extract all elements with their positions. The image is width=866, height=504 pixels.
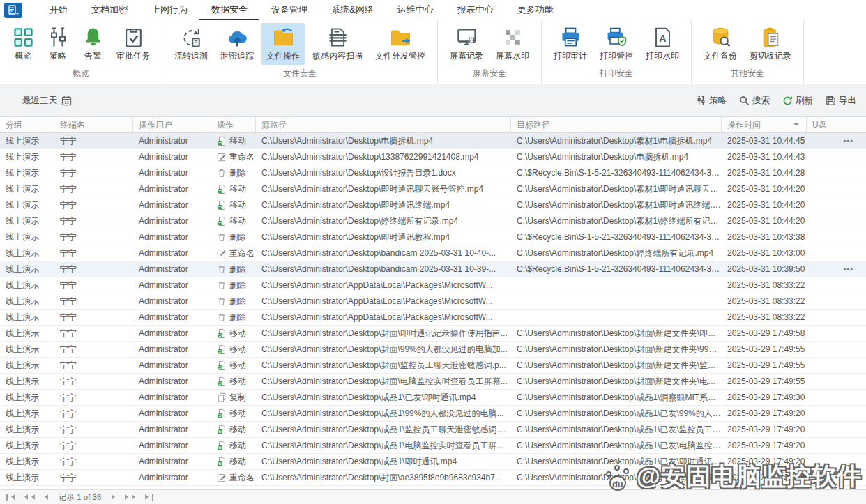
table-row[interactable]: 线上演示宁宁Administrator重命名C:\Users\Administr… xyxy=(0,470,866,486)
ribbon-button-mosaic[interactable]: 屏幕水印 xyxy=(491,23,534,65)
table-row[interactable]: 线上演示宁宁Administrator删除C:\Users\Administra… xyxy=(0,261,866,277)
pager-record-label: 记录 1 of 36 xyxy=(59,492,101,503)
ribbon-button-cycle[interactable]: 流转追溯 xyxy=(169,23,213,65)
move-icon xyxy=(217,216,227,226)
table-row[interactable]: 线上演示宁宁Administrator移动C:\Users\Administra… xyxy=(0,133,866,149)
target-path-cell: C:\Users\Administrator\Desktop\成品1\已发\电脑… xyxy=(511,438,722,453)
ribbon-button-label: 泄密追踪 xyxy=(220,50,254,62)
table-row[interactable]: 线上演示宁宁Administrator移动C:\Users\Administra… xyxy=(0,454,866,470)
group-cell: 线上演示 xyxy=(0,422,54,437)
ribbon-button-printer-shield[interactable]: 打印管控 xyxy=(595,23,638,65)
table-row[interactable]: 线上演示宁宁Administrator移动C:\Users\Administra… xyxy=(0,422,866,438)
user-cell: Administrator xyxy=(133,310,211,325)
table-row[interactable]: 线上演示宁宁Administrator移动C:\Users\Administra… xyxy=(0,197,866,213)
ribbon-button-cloud-up[interactable]: 泄密追踪 xyxy=(215,23,259,65)
table-row[interactable]: 线上演示宁宁Administrator移动C:\Users\Administra… xyxy=(0,406,866,422)
pager-prev-page-button[interactable] xyxy=(20,493,37,501)
ribbon-button-clipboard-check[interactable]: 审批任务 xyxy=(112,23,155,65)
ribbon-group-label: 文件安全 xyxy=(169,66,430,82)
table-row[interactable]: 线上演示宁宁Administrator移动C:\Users\Administra… xyxy=(0,358,866,374)
time-cell: 2025-03-29 17:49:58 xyxy=(722,326,807,341)
ribbon-button-clipboard-note[interactable]: 剪切板记录 xyxy=(745,23,796,65)
operation-cell: 移动 xyxy=(211,422,256,437)
ribbon-button-label: 屏幕水印 xyxy=(496,50,529,62)
pager-first-button[interactable] xyxy=(4,493,17,502)
table-row[interactable]: 线上演示宁宁Administrator移动C:\Users\Administra… xyxy=(0,438,866,454)
pager-next-page-button[interactable] xyxy=(123,493,140,501)
terminal-cell: 宁宁 xyxy=(54,229,133,245)
table-header: 分组终端名操作用户操作源路径目标路径操作时间U盘 xyxy=(0,117,866,133)
menu-tab-8[interactable]: 报表中心 xyxy=(446,0,506,20)
menu-tab-4[interactable]: 数据安全 xyxy=(199,0,259,20)
pager-last-button[interactable] xyxy=(143,493,155,502)
ribbon-button-folder-return[interactable]: 文件操作 xyxy=(261,23,305,65)
group-cell: 线上演示 xyxy=(0,374,54,389)
search-button[interactable]: 搜索 xyxy=(739,95,770,107)
table-row[interactable]: 线上演示宁宁Administrator删除C:\Users\Administra… xyxy=(0,293,866,310)
monitor-icon xyxy=(456,26,478,48)
ribbon-button-monitor[interactable]: 屏幕记录 xyxy=(445,23,488,65)
date-range-filter[interactable]: 最近三天 23 xyxy=(18,95,72,107)
table-row[interactable]: 线上演示宁宁Administrator删除C:\Users\Administra… xyxy=(0,165,866,181)
sliders-sm-button[interactable]: 策略 xyxy=(696,95,727,107)
table-row[interactable]: 线上演示宁宁Administrator删除C:\Users\Administra… xyxy=(0,229,866,245)
source-path-cell: C:\Users\Administrator\Desktop\封面\电脑监控实时… xyxy=(256,374,511,389)
operation-cell: 移动 xyxy=(211,326,256,341)
ribbon-button-grid[interactable]: 概览 xyxy=(7,23,39,65)
target-path-cell: C:\Users\Administrator\Desktop\素材1\婷终端所有… xyxy=(511,213,722,229)
table-row[interactable]: 线上演示宁宁Administrator删除C:\Users\Administra… xyxy=(0,310,866,326)
table-row[interactable]: 线上演示宁宁Administrator移动C:\Users\Administra… xyxy=(0,342,866,358)
menu-tab-2[interactable]: 文档加密 xyxy=(79,0,139,20)
menu-tab-7[interactable]: 运维中心 xyxy=(386,0,446,20)
group-cell: 线上演示 xyxy=(0,181,54,197)
usb-cell xyxy=(807,438,866,453)
row-more-button[interactable]: ••• xyxy=(843,261,853,277)
table-row[interactable]: 线上演示宁宁Administrator重命名C:\Users\Administr… xyxy=(0,149,866,165)
row-more-button[interactable]: ••• xyxy=(843,133,853,148)
move-icon xyxy=(217,360,227,370)
usb-cell: ••• xyxy=(807,261,866,277)
ribbon-button-db-search[interactable]: 文件备份 xyxy=(699,23,742,65)
clipboard-check-icon xyxy=(123,26,144,48)
table-row[interactable]: 线上演示宁宁Administrator复制C:\Users\Administra… xyxy=(0,390,866,406)
column-header-7[interactable]: 操作时间 xyxy=(722,117,807,132)
table-row[interactable]: 线上演示宁宁Administrator删除C:\Users\Administra… xyxy=(0,277,866,293)
app-logo-icon[interactable] xyxy=(4,3,22,18)
table-row[interactable]: 线上演示宁宁Administrator移动C:\Users\Administra… xyxy=(0,326,866,342)
terminal-cell: 宁宁 xyxy=(54,454,133,469)
ribbon-button-label: 剪切板记录 xyxy=(750,50,791,62)
sort-caret-icon[interactable] xyxy=(793,123,799,129)
user-cell: Administrator xyxy=(133,181,211,197)
pager-prev-button[interactable] xyxy=(40,493,50,501)
user-cell: Administrator xyxy=(133,422,211,437)
operation-cell: 移动 xyxy=(211,438,256,453)
usb-cell xyxy=(807,390,866,405)
ribbon-button-page-a[interactable]: A打印水印 xyxy=(641,23,684,65)
ribbon-button-bell[interactable]: 告警 xyxy=(77,23,109,65)
menu-tab-5[interactable]: 设备管理 xyxy=(259,0,319,20)
terminal-cell: 宁宁 xyxy=(54,390,133,405)
menu-tab-6[interactable]: 系统&网络 xyxy=(319,0,386,20)
table-row[interactable]: 线上演示宁宁Administrator重命名C:\Users\Administr… xyxy=(0,245,866,261)
source-path-cell: C:\Users\Administrator\Desktop\婷终端所有记录.m… xyxy=(256,213,511,229)
ribbon-button-folder-out[interactable]: 文件外发管控 xyxy=(370,23,430,65)
target-path-cell: C:\Users\Administrator\Desktop\封面\新建文件夹\… xyxy=(511,374,722,389)
table-row[interactable]: 线上演示宁宁Administrator移动C:\Users\Administra… xyxy=(0,213,866,229)
menu-tab-9[interactable]: 更多功能 xyxy=(506,0,565,20)
move-icon xyxy=(217,408,227,418)
ribbon-button-printer[interactable]: 打印审计 xyxy=(549,23,592,65)
table-row[interactable]: 线上演示宁宁Administrator移动C:\Users\Administra… xyxy=(0,374,866,390)
pager-next-button[interactable] xyxy=(109,493,120,501)
menu-tab-3[interactable]: 上网行为 xyxy=(139,0,199,20)
source-path-cell: C:\Users\Administrator\Desktop\即时通讯教程.mp… xyxy=(256,229,511,245)
ribbon-button-label: 概览 xyxy=(15,50,31,62)
ribbon-button-doc-scan[interactable]: 敏感内容扫描 xyxy=(307,23,367,65)
user-cell: Administrator xyxy=(133,293,211,309)
table-row[interactable]: 线上演示宁宁Administrator移动C:\Users\Administra… xyxy=(0,181,866,197)
export-button[interactable]: 导出 xyxy=(826,95,856,107)
menu-tab-1[interactable]: 开始 xyxy=(38,0,79,20)
refresh-button[interactable]: 刷新 xyxy=(782,95,813,107)
ribbon-button-sliders[interactable]: 策略 xyxy=(42,23,74,65)
operation-label: 删除 xyxy=(229,310,246,325)
user-cell: Administrator xyxy=(133,133,211,148)
